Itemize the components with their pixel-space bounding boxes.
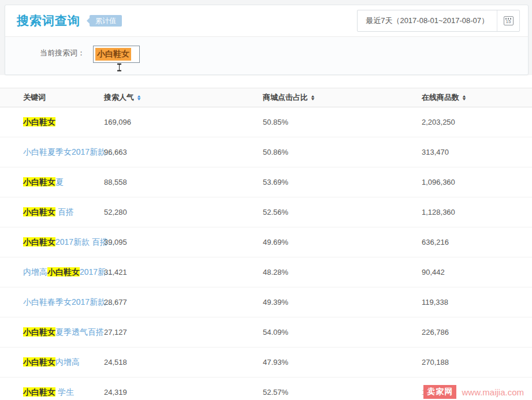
table-row: 小白鞋女内增高24,51847.93%270,188	[0, 347, 532, 377]
mall-click-ratio-value: 52.57%	[263, 388, 422, 397]
online-products-value: 636,216	[422, 238, 532, 246]
watermark-brand-logo: 卖家网	[423, 385, 456, 399]
keyword-text[interactable]: 小白鞋春季女2017新款...	[23, 297, 113, 306]
filter-row: 当前搜索词： 小白鞋女	[5, 37, 528, 74]
watermark: 卖家网 www.maijia.com	[422, 384, 527, 399]
column-label: 关键词	[23, 92, 46, 103]
column-header-0: 关键词	[23, 92, 104, 103]
keyword-text[interactable]: 内增高	[55, 357, 80, 367]
keyword-link[interactable]: 小白鞋女 学生	[23, 387, 104, 398]
keyword-link[interactable]: 小白鞋春季女2017新款...	[23, 297, 104, 308]
mall-click-ratio-value: 48.28%	[263, 268, 422, 276]
keyword-link[interactable]: 小白鞋女2017新款 百搭...	[23, 237, 104, 248]
online-products-value: 1,096,360	[422, 178, 532, 186]
date-range-control[interactable]: 最近7天（2017-08-01~2017-08-07） 15	[357, 10, 520, 32]
text-cursor-icon	[117, 63, 122, 71]
mall-click-ratio-value: 52.56%	[263, 208, 422, 216]
keyword-highlight[interactable]: 小白鞋女	[23, 117, 55, 126]
keyword-highlight[interactable]: 小白鞋女	[23, 357, 55, 367]
table-header: 关键词搜索人气▲▼商城点击占比▲▼在线商品数▲▼	[0, 88, 532, 107]
date-range-text[interactable]: 最近7天（2017-08-01~2017-08-07）	[358, 10, 497, 31]
calendar-button[interactable]: 15	[497, 10, 519, 31]
keyword-highlight[interactable]: 小白鞋女	[23, 207, 55, 216]
search-popularity-value: 24,319	[104, 388, 263, 397]
online-products-value: 226,786	[422, 328, 532, 337]
search-term-tag[interactable]: 小白鞋女	[93, 46, 140, 63]
search-popularity-value: 27,127	[104, 328, 263, 337]
sort-arrows-icon[interactable]: ▲▼	[462, 95, 466, 100]
table-body: 小白鞋女169,09650.85%2,203,250小白鞋夏季女2017新款..…	[0, 107, 532, 400]
mall-click-ratio-value: 49.39%	[263, 298, 422, 306]
query-card: 搜索词查询 累计值 最近7天（2017-08-01~2017-08-07） 15…	[5, 5, 529, 75]
sort-arrows-icon[interactable]: ▲▼	[311, 95, 315, 100]
search-popularity-value: 88,558	[104, 178, 263, 186]
column-header-2[interactable]: 商城点击占比▲▼	[263, 92, 422, 103]
mall-click-ratio-value: 54.09%	[263, 328, 422, 337]
keyword-text[interactable]: 夏	[55, 177, 64, 186]
table-row: 小白鞋夏季女2017新款...96,66350.86%313,470	[0, 137, 532, 167]
online-products-value: 2,203,250	[422, 118, 532, 126]
keyword-highlight[interactable]: 小白鞋女	[47, 267, 80, 276]
search-popularity-value: 24,518	[104, 358, 263, 367]
online-products-value: 119,338	[422, 298, 532, 306]
column-header-1[interactable]: 搜索人气▲▼	[104, 92, 263, 103]
keyword-link[interactable]: 小白鞋女内增高	[23, 357, 104, 368]
table-row: 内增高小白鞋女2017新...31,42148.28%90,442	[0, 257, 532, 287]
keyword-link[interactable]: 小白鞋女夏季透气百搭	[23, 327, 104, 338]
table-row: 小白鞋春季女2017新款...28,67749.39%119,338	[0, 287, 532, 317]
online-products-value: 1,128,360	[422, 208, 532, 216]
keyword-text[interactable]: 学生	[55, 387, 74, 397]
table-row: 小白鞋女 百搭52,28052.56%1,128,360	[0, 197, 532, 227]
sort-arrows-icon[interactable]: ▲▼	[137, 95, 141, 100]
search-term-value[interactable]: 小白鞋女	[95, 48, 131, 61]
keyword-highlight[interactable]: 小白鞋女	[23, 237, 55, 246]
keyword-table: 关键词搜索人气▲▼商城点击占比▲▼在线商品数▲▼ 小白鞋女169,09650.8…	[0, 88, 532, 400]
keyword-link[interactable]: 小白鞋夏季女2017新款...	[23, 147, 104, 158]
search-popularity-value: 96,663	[104, 148, 263, 156]
search-popularity-value: 52,280	[104, 208, 263, 216]
table-row: 小白鞋女夏季透气百搭27,12754.09%226,786	[0, 317, 532, 347]
current-term-label: 当前搜索词：	[40, 46, 85, 61]
watermark-site-url: www.maijia.com	[462, 387, 526, 397]
column-label: 在线商品数	[422, 92, 459, 103]
table-row: 小白鞋女2017新款 百搭...39,09549.69%636,216	[0, 227, 532, 257]
mall-click-ratio-value: 49.69%	[263, 238, 422, 246]
keyword-link[interactable]: 小白鞋女	[23, 117, 104, 128]
online-products-value: 90,442	[422, 268, 532, 276]
column-header-3[interactable]: 在线商品数▲▼	[422, 92, 532, 103]
card-titlebar: 搜索词查询 累计值 最近7天（2017-08-01~2017-08-07） 15	[5, 5, 528, 36]
keyword-text[interactable]: 小白鞋夏季女2017新款...	[23, 147, 113, 156]
cumulative-badge: 累计值	[90, 15, 122, 27]
column-label: 搜索人气	[104, 92, 134, 103]
table-row: 小白鞋女169,09650.85%2,203,250	[0, 107, 532, 137]
table-row: 小白鞋女夏88,55853.69%1,096,360	[0, 167, 532, 197]
keyword-highlight[interactable]: 小白鞋女	[23, 327, 55, 337]
keyword-highlight[interactable]: 小白鞋女	[23, 177, 55, 186]
mall-click-ratio-value: 53.69%	[263, 178, 422, 186]
search-popularity-value: 31,421	[104, 268, 263, 276]
calendar-icon: 15	[504, 16, 514, 25]
keyword-text[interactable]: 夏季透气百搭	[55, 327, 104, 337]
keyword-text[interactable]: 内增高	[23, 267, 47, 276]
search-popularity-value: 169,096	[104, 118, 263, 126]
column-label: 商城点击占比	[263, 92, 308, 103]
page-title: 搜索词查询	[17, 13, 80, 29]
keyword-link[interactable]: 内增高小白鞋女2017新...	[23, 267, 104, 278]
page-top: 搜索词查询 累计值 最近7天（2017-08-01~2017-08-07） 15…	[0, 0, 532, 75]
online-products-value: 270,188	[422, 358, 532, 367]
mall-click-ratio-value: 50.85%	[263, 118, 422, 126]
keyword-highlight[interactable]: 小白鞋女	[23, 387, 55, 397]
mall-click-ratio-value: 47.93%	[263, 358, 422, 367]
search-popularity-value: 28,677	[104, 298, 263, 306]
title-wrap: 搜索词查询 累计值	[17, 13, 122, 29]
search-popularity-value: 39,095	[104, 238, 263, 246]
mall-click-ratio-value: 50.86%	[263, 148, 422, 156]
keyword-link[interactable]: 小白鞋女 百搭	[23, 207, 104, 218]
keyword-text[interactable]: 百搭	[55, 207, 74, 216]
keyword-link[interactable]: 小白鞋女夏	[23, 177, 104, 188]
online-products-value: 313,470	[422, 148, 532, 156]
